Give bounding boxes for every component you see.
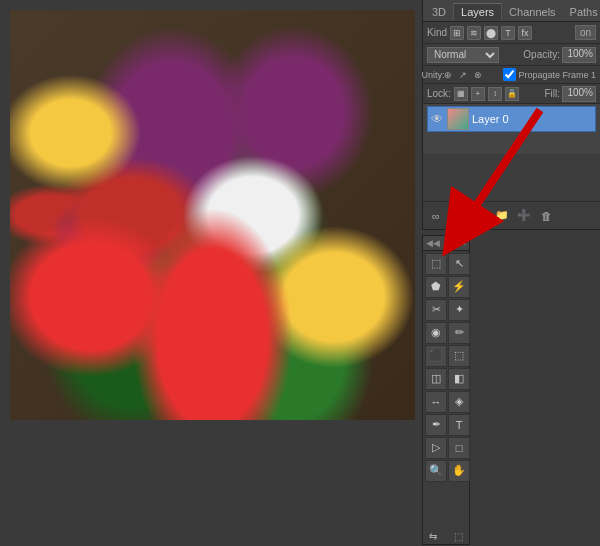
canvas-area[interactable]: [10, 10, 415, 420]
tab-layers[interactable]: Layers: [453, 3, 502, 20]
tools-grid: ⬚ ↖ ⬟ ⚡ ✂ ✦ ◉ ✏ ⬛ ⬚ ◫ ◧ ↔ ◈ ✒ T ▷ □ 🔍 ✋: [423, 251, 469, 484]
tool-pen[interactable]: ✒: [425, 414, 447, 436]
layers-footer: ∞ fx ◐ 📁 ➕ 🗑: [423, 201, 600, 229]
add-mask-icon[interactable]: ◐: [471, 207, 489, 225]
tool-move[interactable]: ↖: [448, 253, 470, 275]
layer-thumbnail: [447, 108, 469, 130]
tool-marquee[interactable]: ⬚: [425, 253, 447, 275]
tool-hand[interactable]: ✋: [448, 460, 470, 482]
lock-icon-pixels[interactable]: ▦: [454, 87, 468, 101]
tool-blur[interactable]: ↔: [425, 391, 447, 413]
unity-label: Unity:: [427, 69, 439, 81]
tool-shape[interactable]: □: [448, 437, 470, 459]
tab-paths[interactable]: Paths: [563, 3, 600, 20]
canvas-image: [10, 10, 415, 420]
tools-panel: ◀◀ ≡ ⬚ ↖ ⬟ ⚡ ✂ ✦ ◉ ✏ ⬛ ⬚ ◫ ◧ ↔ ◈ ✒ T ▷ □…: [422, 235, 470, 545]
filter-icon-kind[interactable]: ⊞: [450, 26, 464, 40]
lock-icon-all[interactable]: 🔒: [505, 87, 519, 101]
filter-icon-color[interactable]: ⬤: [484, 26, 498, 40]
opacity-row: Opacity: 100%: [523, 47, 596, 63]
propagate-label: Propagate Frame 1: [518, 70, 596, 80]
layer-visibility-icon[interactable]: 👁: [430, 112, 444, 126]
tool-dodge[interactable]: ◈: [448, 391, 470, 413]
tool-stamp[interactable]: ⬛: [425, 345, 447, 367]
filter-label: Kind: [427, 27, 447, 38]
unity-icon-3[interactable]: ⊗: [472, 69, 484, 81]
filter-on-button[interactable]: on: [575, 25, 596, 40]
fill-label: Fill:: [544, 88, 560, 99]
layers-unity-row: Unity: ⊕ ↗ ⊗ Propagate Frame 1: [423, 66, 600, 84]
tool-path-select[interactable]: ▷: [425, 437, 447, 459]
new-group-icon[interactable]: 📁: [493, 207, 511, 225]
filter-icon-type[interactable]: T: [501, 26, 515, 40]
layer-name: Layer 0: [472, 113, 593, 125]
filter-icon-attr[interactable]: ≋: [467, 26, 481, 40]
opacity-label: Opacity:: [523, 49, 560, 60]
layers-list: 👁 Layer 0: [423, 104, 600, 154]
tool-gradient[interactable]: ◧: [448, 368, 470, 390]
tool-magic-wand[interactable]: ⚡: [448, 276, 470, 298]
switch-colors-icon[interactable]: ⇆: [429, 531, 437, 542]
tool-crop[interactable]: ✂: [425, 299, 447, 321]
tools-panel-header: ◀◀ ≡: [423, 236, 469, 251]
tool-history-brush[interactable]: ⬚: [448, 345, 470, 367]
layer-item[interactable]: 👁 Layer 0: [427, 106, 596, 132]
propagate-check: Propagate Frame 1: [503, 68, 596, 81]
filter-icon-fx[interactable]: fx: [518, 26, 532, 40]
lock-label: Lock:: [427, 88, 451, 99]
tool-eraser[interactable]: ◫: [425, 368, 447, 390]
new-layer-icon[interactable]: ➕: [515, 207, 533, 225]
tool-type[interactable]: T: [448, 414, 470, 436]
tool-heal[interactable]: ◉: [425, 322, 447, 344]
unity-icon-1[interactable]: ⊕: [442, 69, 454, 81]
blend-mode-select[interactable]: Normal Multiply Screen: [427, 47, 499, 63]
tool-lasso[interactable]: ⬟: [425, 276, 447, 298]
fill-row: Fill: 100%: [544, 86, 596, 102]
link-layers-icon[interactable]: ∞: [427, 207, 445, 225]
delete-layer-icon[interactable]: 🗑: [537, 207, 555, 225]
tool-zoom[interactable]: 🔍: [425, 460, 447, 482]
tab-3d[interactable]: 3D: [425, 3, 453, 20]
layer-fx-icon[interactable]: fx: [449, 207, 467, 225]
tab-channels[interactable]: Channels: [502, 3, 562, 20]
tools-menu-icon[interactable]: ≡: [461, 238, 466, 248]
collapse-tools-icon[interactable]: ◀◀: [426, 238, 440, 248]
unity-icon-2[interactable]: ↗: [457, 69, 469, 81]
fill-value[interactable]: 100%: [562, 86, 596, 102]
layers-tab-bar: 3D Layers Channels Paths ≡: [423, 0, 600, 22]
tool-eyedropper[interactable]: ✦: [448, 299, 470, 321]
opacity-value[interactable]: 100%: [562, 47, 596, 63]
layers-blend-row: Normal Multiply Screen Opacity: 100%: [423, 44, 600, 66]
layers-panel: 3D Layers Channels Paths ≡ Kind ⊞ ≋ ⬤ T …: [422, 0, 600, 230]
layers-filter-row: Kind ⊞ ≋ ⬤ T fx on: [423, 22, 600, 44]
propagate-checkbox[interactable]: [503, 68, 516, 81]
tool-brush[interactable]: ✏: [448, 322, 470, 344]
layers-lock-row: Lock: ▦ + ↕ 🔒 Fill: 100%: [423, 84, 600, 104]
lock-icon-artboard[interactable]: ↕: [488, 87, 502, 101]
default-colors-icon[interactable]: ⬚: [454, 531, 463, 542]
lock-icon-move[interactable]: +: [471, 87, 485, 101]
